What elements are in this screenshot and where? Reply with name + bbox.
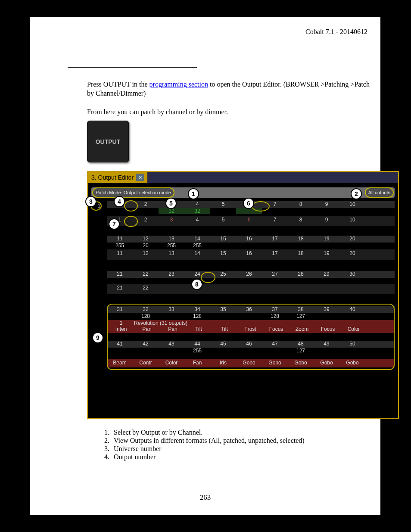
cell[interactable]: 16 <box>236 250 262 260</box>
annotation-9: 9 <box>92 332 103 343</box>
output-editor-window: 3. Output Editor ✕ Patch Mode: Output se… <box>87 171 399 419</box>
output-key-label: OUTPUT <box>96 138 121 145</box>
cell[interactable]: 17 <box>262 236 288 243</box>
cell[interactable]: 9 <box>314 217 339 226</box>
cell[interactable]: 14 <box>184 236 210 243</box>
row-outputs-2: 11 12 13 14 15 16 17 18 19 20 <box>107 236 395 243</box>
cell: 255 <box>159 243 184 249</box>
cell: 32 <box>184 208 210 214</box>
legend-item-4: Output number <box>111 453 366 461</box>
annotation-3: 3 <box>85 196 97 207</box>
cell[interactable]: 22 <box>133 285 159 294</box>
cell[interactable]: 19 <box>314 236 339 243</box>
cell[interactable]: 20 <box>339 236 365 243</box>
cell[interactable] <box>236 285 262 294</box>
row-channels-3: 21 22 <box>107 284 395 294</box>
cell: 255 <box>107 243 133 249</box>
row-channels-1: 1 2 3 4 5 6 7 8 9 10 <box>107 216 395 226</box>
close-icon[interactable]: ✕ <box>136 174 144 181</box>
cell[interactable] <box>339 285 365 294</box>
annotation-7: 7 <box>109 218 120 230</box>
cell: 20 <box>133 243 159 249</box>
patch-mode-label: Patch Mode: Output selection mode <box>96 190 171 195</box>
annotation-5: 5 <box>165 198 177 209</box>
output-filter-pill[interactable]: All outputs <box>365 187 394 198</box>
cell[interactable]: 7 <box>262 217 288 226</box>
annotation-6: 6 <box>243 198 254 209</box>
ring-output1 <box>124 200 138 212</box>
cell[interactable]: 12 <box>133 250 159 260</box>
cell[interactable]: 29 <box>314 271 339 278</box>
cell[interactable]: 15 <box>210 236 236 243</box>
cell[interactable]: 9 <box>314 201 339 208</box>
cell[interactable]: 28 <box>288 271 314 278</box>
cell <box>314 208 339 214</box>
cell[interactable] <box>159 285 184 294</box>
cell[interactable]: 10 <box>339 217 365 226</box>
cell[interactable]: 4 <box>184 201 210 208</box>
window-title: 3. Output Editor <box>91 174 134 181</box>
cell[interactable]: 8 <box>288 217 314 226</box>
intro-para-1a: Press OUTPUT in the <box>87 81 149 88</box>
cell[interactable]: 18 <box>288 236 314 243</box>
cell[interactable]: 5 <box>210 201 236 208</box>
cell: 32 <box>159 208 184 214</box>
cell[interactable]: 13 <box>159 236 184 243</box>
cell[interactable]: 11 <box>107 236 133 243</box>
annotation-2: 2 <box>351 188 362 199</box>
row-outputs-2-values: 255 20 255 255 <box>107 243 395 249</box>
cell[interactable]: 12 <box>133 236 159 243</box>
cell: 255 <box>184 243 210 249</box>
cell[interactable]: 17 <box>262 250 288 260</box>
cell[interactable] <box>262 285 288 294</box>
cell[interactable]: 22 <box>133 271 159 278</box>
cell[interactable]: 14 <box>184 250 210 260</box>
cell[interactable]: 16 <box>236 236 262 243</box>
cell[interactable]: 18 <box>288 250 314 260</box>
patch-mode-pill[interactable]: Patch Mode: Output selection mode <box>92 187 174 198</box>
legend-item-1: Select by Output or by Channel. <box>111 429 366 436</box>
legend-list: Select by Output or by Channel. View Out… <box>99 429 366 461</box>
cell[interactable]: 10 <box>339 201 365 208</box>
cell <box>262 243 288 249</box>
cell[interactable]: 21 <box>107 285 133 294</box>
cell[interactable]: 11 <box>107 250 133 260</box>
programming-section-link[interactable]: programming section <box>149 81 208 88</box>
cell[interactable]: 4 <box>184 217 210 226</box>
cell <box>210 243 236 249</box>
cell[interactable]: 8 <box>288 201 314 208</box>
section-divider <box>68 67 197 68</box>
cell <box>339 208 365 214</box>
legend-item-2: View Outputs in different formats (All, … <box>111 437 366 445</box>
cell[interactable]: 27 <box>262 271 288 278</box>
titlebar-right <box>147 172 398 183</box>
cell[interactable]: 19 <box>314 250 339 260</box>
ring-channel1 <box>124 216 138 227</box>
cell[interactable]: 13 <box>159 250 184 260</box>
cell[interactable]: 23 <box>159 271 184 278</box>
ring-fixture-block <box>107 304 395 370</box>
annotation-8: 8 <box>191 279 202 290</box>
cell <box>339 243 365 249</box>
intro-para-2: From here you can patch by channel or by… <box>87 108 371 117</box>
cell[interactable]: 5 <box>210 217 236 226</box>
cell[interactable]: 15 <box>210 250 236 260</box>
cell <box>236 243 262 249</box>
titlebar-left: 3. Output Editor ✕ <box>88 172 147 183</box>
cell <box>288 208 314 214</box>
cell[interactable]: 30 <box>339 271 365 278</box>
cell[interactable] <box>210 285 236 294</box>
row-outputs-3: 21 22 23 24 25 26 27 28 29 30 <box>107 271 395 278</box>
cell[interactable]: 26 <box>236 271 262 278</box>
cell[interactable]: 3 <box>159 217 184 226</box>
output-hardware-key: OUTPUT <box>87 121 129 162</box>
output-grid: 1 3 4 5 6 7 8 9 1 2 3 4 5 6 7 <box>107 200 395 411</box>
cell[interactable] <box>288 285 314 294</box>
header-version: Cobalt 7.1 - 20140612 <box>305 28 367 36</box>
cell[interactable]: 6 <box>236 217 262 226</box>
page-number: 263 <box>30 493 380 502</box>
cell[interactable]: 21 <box>107 271 133 278</box>
cell[interactable]: 20 <box>339 250 365 260</box>
cell <box>288 243 314 249</box>
cell[interactable] <box>314 285 339 294</box>
